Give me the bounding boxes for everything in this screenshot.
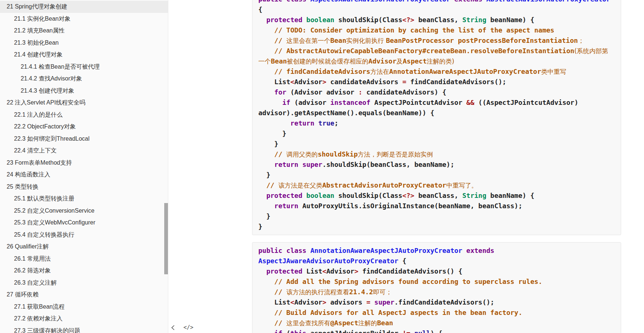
code-token (258, 202, 274, 210)
code-token: 该方法是在父类 (278, 182, 322, 189)
code-block-1[interactable]: public class AspectJAwareAdvisorAutoProx… (252, 0, 621, 235)
sidebar-item[interactable]: 27.3 三级缓存解决的问题 (0, 325, 168, 333)
code-line: List<Advisor> candidateAdvisors = findCa… (258, 77, 615, 87)
code-token (258, 47, 274, 55)
code-token: } (258, 140, 278, 148)
sidebar-item[interactable]: 26.2 筛选对象 (0, 265, 168, 277)
sidebar-item[interactable]: 24 构造函数注入 (0, 169, 168, 181)
code-token: (系统内部第 (574, 47, 608, 55)
sidebar-item[interactable]: 25 类型转换 (0, 181, 168, 193)
sidebar-item[interactable]: 27 循环依赖 (0, 289, 168, 301)
sidebar-item[interactable]: 21.3 初始化Bean (0, 37, 168, 49)
code-token (258, 309, 274, 316)
code-token: if (282, 99, 290, 106)
code-token: List (258, 298, 290, 306)
code-token: AutoProxyUtils.isOriginalInstance(beanNa… (298, 202, 522, 210)
code-line: protected boolean shouldSkip(Class<?> be… (258, 15, 615, 25)
sidebar-item[interactable]: 22.1 注入的是什么 (0, 109, 168, 121)
code-line: return super.shouldSkip(beanClass, beanN… (258, 159, 615, 170)
sidebar-item[interactable]: 26.3 自定义注解 (0, 277, 168, 289)
code-line: } (258, 128, 615, 139)
code-line: // Add all the Spring advisors found acc… (258, 277, 615, 287)
sidebar-item[interactable]: 22.4 清空上下文 (0, 145, 168, 157)
code-token: Aspect (403, 57, 427, 65)
code-line: AspectJAwareAdvisorAutoProxyCreator { (258, 256, 615, 266)
code-token (258, 26, 274, 34)
sidebar-item[interactable]: 26.1 常规用法 (0, 253, 168, 265)
code-token: // (274, 288, 286, 296)
sidebar-item[interactable]: 21.2 填充Bean属性 (0, 25, 168, 37)
sidebar-item[interactable]: 21.1 实例化Bean对象 (0, 13, 168, 25)
code-token: AnnotationAwareAspectJAutoProxyCreator (389, 68, 541, 75)
code-line: // 这里会在第一个Bean实例化前执行 BeanPostProcessor p… (258, 35, 615, 46)
code-token: <?> (402, 192, 414, 199)
code-token: Bean (377, 319, 393, 327)
sidebar-item[interactable]: 27.1 获取Bean流程 (0, 301, 168, 313)
collapse-sidebar-icon[interactable] (171, 325, 175, 331)
sidebar-item[interactable]: 22.3 如何绑定到ThreadLocal (0, 133, 168, 145)
code-token: } (258, 223, 262, 230)
code-token: } (258, 171, 271, 179)
code-token: shouldSkip(Class (334, 192, 402, 199)
code-view-icon[interactable] (183, 324, 193, 331)
code-token: extends (454, 0, 482, 3)
code-line: for (Advisor advisor : candidateAdvisors… (258, 87, 615, 97)
code-token: super (302, 161, 322, 168)
code-token (258, 192, 266, 199)
code-token: 即可； (373, 288, 392, 296)
code-token: } (258, 212, 271, 220)
code-line: if (this.aspectJAdvisorsBuilder != null)… (258, 328, 615, 333)
sidebar-item[interactable]: 27.2 依赖对象注入 (0, 313, 168, 325)
code-token (282, 0, 286, 3)
sidebar-item[interactable]: 22 注入Servlet API线程安全吗 (0, 97, 168, 109)
code-token: 方法，判断是否是原始实例 (358, 151, 433, 158)
code-token: = (366, 298, 371, 306)
code-token: shouldSkip(Class (334, 16, 402, 24)
code-token: boolean (306, 16, 334, 24)
code-token: // Add all the Spring advisors found acc… (274, 278, 542, 285)
sidebar-item[interactable]: 21.4.1 检查Bean是否可被代理 (0, 61, 168, 73)
code-line: protected List<Advisor> findCandidateAdv… (258, 266, 615, 277)
code-token: return (274, 161, 298, 168)
code-token (306, 247, 310, 254)
code-line: { (258, 4, 615, 15)
sidebar-item[interactable]: 21.4 创建代理对象 (0, 49, 168, 61)
sidebar-item[interactable]: 25.3 自定义WebMvcConfigurer (0, 217, 168, 229)
sidebar-item[interactable]: 21.4.2 查找Advisor对象 (0, 73, 168, 85)
code-token (258, 267, 266, 275)
code-token (306, 0, 310, 3)
code-token: null (414, 329, 430, 333)
code-line: } (258, 211, 615, 222)
code-token: 及 (396, 58, 403, 65)
sidebar-item[interactable]: 25.1 默认类型转换注册 (0, 193, 168, 205)
sidebar-item[interactable]: 21.4.3 创建代理对象 (0, 85, 168, 97)
code-token: candidateAdvisors) { (362, 88, 447, 96)
code-token: // Build Advisors for all AspectJ aspect… (274, 309, 522, 316)
sidebar-item[interactable]: 22.2 ObjectFactory对象 (0, 121, 168, 133)
code-token: public (258, 0, 282, 3)
code-token: ； (578, 37, 584, 44)
code-token (258, 319, 274, 327)
outline-toolbar (171, 323, 193, 332)
code-token: advisors (326, 298, 366, 306)
sidebar-item[interactable]: 21 Spring代理对象创建 (0, 1, 168, 13)
code-line: } (258, 170, 615, 180)
code-line: // findCandidateAdvisors方法在AnnotationAwa… (258, 66, 615, 77)
code-token: 21.4.2 (349, 288, 373, 296)
sidebar-item[interactable]: 25.2 自定义ConversionService (0, 205, 168, 217)
code-token (258, 99, 282, 106)
sidebar-item[interactable]: 26 Qualifier注解 (0, 241, 168, 253)
code-token: candidateAdvisors (326, 78, 402, 86)
code-line: if (advisor instanceof AspectJPointcutAd… (258, 97, 615, 108)
code-token (258, 161, 274, 168)
code-token: beanName) { (486, 192, 534, 199)
code-line: // Build Advisors for all AspectJ aspect… (258, 308, 615, 318)
code-token: if (274, 329, 282, 333)
code-token: protected (266, 192, 303, 199)
sidebar-item[interactable]: 25.4 自定义转换器执行 (0, 229, 168, 241)
sidebar-item[interactable]: 23 Form表单Method支持 (0, 157, 168, 169)
sidebar-scrollbar-thumb[interactable] (164, 203, 168, 274)
code-block-2[interactable]: public class AnnotationAwareAspectJAutoP… (252, 242, 621, 333)
code-line: // 该方法是在父类AbstractAdvisorAutoProxyCreato… (258, 180, 615, 190)
code-token (258, 181, 266, 189)
